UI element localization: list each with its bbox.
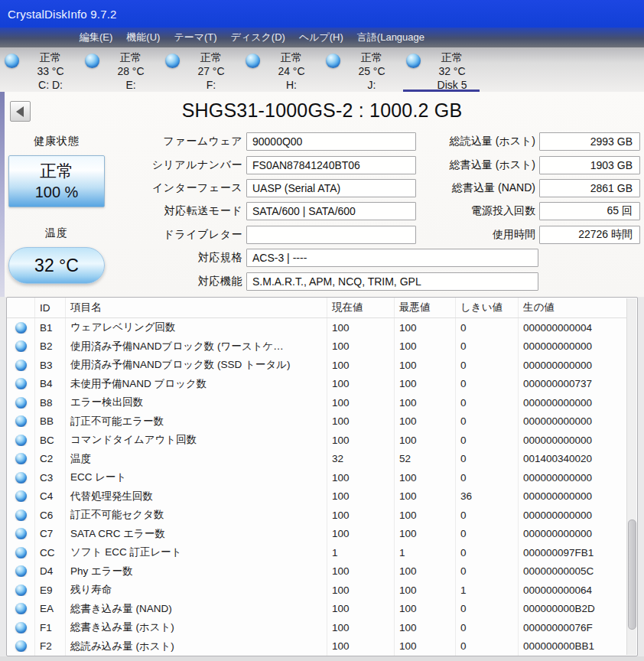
cell-current-value: 100: [327, 525, 394, 544]
table-row[interactable]: C4代替処理発生回数10010036000000000000: [7, 487, 626, 506]
cell-current-value: 100: [327, 487, 394, 506]
disk-tab-j[interactable]: 正常25 °CJ:: [321, 47, 402, 92]
cell-id: C3: [34, 468, 65, 487]
cell-current-value: 100: [327, 356, 394, 375]
table-row[interactable]: BB訂正不可能エラー数1001000000000000000: [7, 412, 626, 431]
disk-tab-status: 正常: [101, 51, 161, 64]
table-row[interactable]: C2温度32520001400340020: [7, 450, 626, 469]
header-raw-value[interactable]: 生の値: [518, 298, 626, 317]
disk-tab-c-d[interactable]: 正常33 °CC: D:: [0, 47, 80, 92]
cell-attribute-name: 使用済み予備NANDブロック数 (SSD トータル): [65, 356, 327, 375]
left-accent-strip: [0, 92, 5, 297]
header-attribute-name[interactable]: 項目名: [65, 298, 327, 317]
header-id[interactable]: ID: [34, 298, 65, 317]
cell-threshold: 0: [455, 525, 518, 544]
menu-disk[interactable]: ディスク(D): [224, 28, 292, 47]
table-row[interactable]: B3使用済み予備NANDブロック数 (SSD トータル)100100000000…: [7, 356, 626, 375]
cell-raw-value: 000000097FB1: [518, 543, 626, 562]
table-row[interactable]: BCコマンドタイムアウト回数1001000000000000000: [7, 431, 626, 450]
temperature-label: 温度: [8, 226, 106, 240]
health-status-button[interactable]: 正常 100 %: [8, 155, 105, 207]
field-label: 対応規格: [139, 251, 246, 265]
field-value: FS0AN87841240BT06: [246, 156, 416, 174]
cell-worst-value: 100: [394, 412, 455, 431]
attribute-status-icon: [15, 435, 27, 446]
cell-current-value: 100: [327, 618, 394, 637]
menu-function[interactable]: 機能(U): [119, 28, 167, 47]
cell-raw-value: 000000000000: [518, 506, 626, 525]
cell-threshold: 0: [455, 393, 518, 412]
field-label: インターフェース: [139, 181, 246, 195]
window-title: CrystalDiskInfo 9.7.2: [8, 8, 117, 21]
cell-id: C7: [34, 525, 65, 544]
table-scrollbar[interactable]: [626, 298, 636, 655]
cell-worst-value: 100: [394, 468, 455, 487]
table-row[interactable]: B4未使用予備NAND ブロック数1001000000000000737: [7, 375, 626, 394]
scrollbar-thumb[interactable]: [628, 519, 636, 630]
header-threshold[interactable]: しきい値: [455, 298, 518, 317]
menu-edit[interactable]: 編集(E): [73, 28, 119, 47]
cell-raw-value: 000000000000: [518, 487, 626, 506]
table-row[interactable]: C7SATA CRC エラー数1001000000000000000: [7, 525, 626, 544]
table-row[interactable]: F2総読み込み量 (ホスト)1001000000000000BB1: [7, 637, 626, 656]
cell-attribute-name: 訂正不可能セクタ数: [65, 506, 327, 525]
disk-tab-temperature: 33 °C: [21, 64, 80, 78]
field-value: [246, 226, 416, 244]
cell-raw-value: 000000000BB1: [518, 637, 626, 656]
cell-worst-value: 52: [394, 450, 455, 469]
menu-theme[interactable]: テーマ(T): [167, 28, 223, 47]
disk-tab-e[interactable]: 正常28 °CE:: [80, 47, 161, 92]
table-row[interactable]: B1ウェアレベリング回数1001000000000000004: [7, 318, 626, 337]
cell-current-value: 100: [327, 431, 394, 450]
cell-threshold: 0: [455, 506, 518, 525]
field-label: 総書込量 (ホスト): [415, 158, 539, 172]
table-row[interactable]: F1総書き込み量 (ホスト)100100000000000076F: [7, 618, 626, 637]
disk-tab-f[interactable]: 正常27 °CF:: [161, 47, 241, 92]
field-label: シリアルナンバー: [139, 158, 246, 172]
cell-id: C6: [34, 506, 65, 525]
table-row[interactable]: C3ECC レート1001000000000000000: [7, 468, 626, 487]
table-body: B1ウェアレベリング回数1001000000000000004B2使用済み予備N…: [7, 318, 626, 656]
header-current-value[interactable]: 現在値: [327, 298, 394, 317]
disk-tab-h[interactable]: 正常24 °CH:: [241, 47, 321, 92]
attribute-status-icon: [15, 528, 27, 539]
cell-raw-value: 000000000000: [518, 356, 626, 375]
attribute-status-icon: [15, 510, 27, 521]
disk-status-icon: [246, 54, 260, 68]
cell-current-value: 100: [327, 337, 394, 357]
cell-raw-value: 000000000737: [518, 375, 626, 394]
menu-help[interactable]: ヘルプ(H): [292, 28, 350, 47]
disk-tab-text: 正常24 °CH:: [262, 51, 321, 92]
table-row[interactable]: C6訂正不可能セクタ数1001000000000000000: [7, 506, 626, 525]
cell-threshold: 0: [455, 318, 518, 337]
cell-attribute-name: 温度: [65, 450, 327, 469]
cell-attribute-name: 総読み込み量 (ホスト): [65, 637, 327, 656]
disk-tab-disk5[interactable]: 正常32 °CDisk 5: [402, 47, 482, 92]
field-label: 総書込量 (NAND): [415, 181, 539, 195]
table-row[interactable]: D4Phy エラー数100100000000000005C: [7, 562, 626, 581]
header-worst-value[interactable]: 最悪値: [394, 298, 455, 317]
table-row[interactable]: EA総書き込み量 (NAND)1001000000000000B2D: [7, 600, 626, 619]
cell-raw-value: 000000000000: [518, 431, 626, 450]
table-row[interactable]: CCソフト ECC 訂正レート110000000097FB1: [7, 543, 626, 562]
attribute-status-cell: [7, 472, 34, 484]
field-value: S.M.A.R.T., APM, NCQ, TRIM, GPL: [246, 272, 538, 291]
field-label: 対応転送モード: [139, 204, 246, 218]
cell-worst-value: 100: [394, 356, 455, 375]
table-row[interactable]: B8エラー検出回数1001000000000000000: [7, 393, 626, 412]
cell-worst-value: 100: [394, 562, 455, 581]
cell-worst-value: 100: [394, 393, 455, 412]
menu-language[interactable]: 言語(Language: [350, 28, 431, 47]
attribute-status-icon: [15, 415, 27, 427]
cell-raw-value: 000000000000: [518, 468, 626, 487]
table-row[interactable]: B2使用済み予備NANDブロック数 (ワーストケ…100100000000000…: [7, 337, 626, 357]
disk-status-icon: [5, 54, 19, 68]
cell-current-value: 100: [327, 468, 394, 487]
field-label: 対応機能: [139, 275, 246, 288]
disk-tab-temperature: 24 °C: [262, 64, 321, 78]
cell-raw-value: 000000000000: [518, 393, 626, 412]
attribute-status-cell: [7, 584, 34, 596]
cell-attribute-name: エラー検出回数: [65, 393, 327, 412]
table-row[interactable]: E9残り寿命1001001000000000064: [7, 581, 626, 600]
temperature-button[interactable]: 32 °C: [8, 247, 105, 284]
